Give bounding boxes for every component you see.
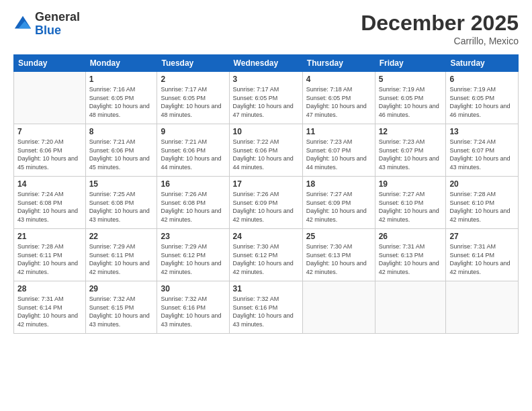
week-row-4: 21Sunrise: 7:28 AM Sunset: 6:11 PM Dayli… <box>14 229 519 281</box>
day-number: 17 <box>233 179 299 189</box>
calendar-page: General Blue December 2025 Carrillo, Mex… <box>0 0 532 411</box>
day-number: 27 <box>449 232 515 241</box>
day-number: 2 <box>161 75 225 84</box>
day-cell: 1Sunrise: 7:16 AM Sunset: 6:05 PM Daylig… <box>85 72 157 124</box>
day-cell: 15Sunrise: 7:25 AM Sunset: 6:08 PM Dayli… <box>85 177 157 229</box>
day-cell: 4Sunrise: 7:18 AM Sunset: 6:05 PM Daylig… <box>302 72 375 124</box>
week-row-2: 7Sunrise: 7:20 AM Sunset: 6:06 PM Daylig… <box>14 124 519 177</box>
day-number: 13 <box>449 127 515 136</box>
col-wednesday: Wednesday <box>229 55 302 72</box>
month-title: December 2025 <box>361 11 519 36</box>
day-info: Sunrise: 7:24 AM Sunset: 6:08 PM Dayligh… <box>17 190 82 224</box>
day-cell <box>375 281 446 334</box>
day-info: Sunrise: 7:17 AM Sunset: 6:05 PM Dayligh… <box>161 85 225 119</box>
week-row-5: 28Sunrise: 7:31 AM Sunset: 6:14 PM Dayli… <box>14 281 519 334</box>
day-cell: 24Sunrise: 7:30 AM Sunset: 6:12 PM Dayli… <box>229 229 302 281</box>
day-info: Sunrise: 7:23 AM Sunset: 6:07 PM Dayligh… <box>379 138 443 171</box>
day-info: Sunrise: 7:32 AM Sunset: 6:15 PM Dayligh… <box>89 295 154 328</box>
day-info: Sunrise: 7:27 AM Sunset: 6:10 PM Dayligh… <box>379 190 443 224</box>
day-cell: 22Sunrise: 7:29 AM Sunset: 6:11 PM Dayli… <box>85 229 157 281</box>
day-cell: 3Sunrise: 7:17 AM Sunset: 6:05 PM Daylig… <box>229 72 302 124</box>
day-number: 14 <box>17 179 82 189</box>
day-info: Sunrise: 7:25 AM Sunset: 6:08 PM Dayligh… <box>89 190 154 224</box>
weekday-header-row: Sunday Monday Tuesday Wednesday Thursday… <box>14 55 519 72</box>
day-info: Sunrise: 7:29 AM Sunset: 6:12 PM Dayligh… <box>161 242 225 276</box>
page-header: General Blue December 2025 Carrillo, Mex… <box>13 11 519 46</box>
day-info: Sunrise: 7:30 AM Sunset: 6:13 PM Dayligh… <box>306 242 371 276</box>
day-info: Sunrise: 7:19 AM Sunset: 6:05 PM Dayligh… <box>449 85 515 119</box>
day-info: Sunrise: 7:31 AM Sunset: 6:14 PM Dayligh… <box>17 295 82 328</box>
day-cell: 23Sunrise: 7:29 AM Sunset: 6:12 PM Dayli… <box>157 229 229 281</box>
day-number: 24 <box>233 232 299 241</box>
day-cell: 20Sunrise: 7:28 AM Sunset: 6:10 PM Dayli… <box>446 177 519 229</box>
day-cell: 25Sunrise: 7:30 AM Sunset: 6:13 PM Dayli… <box>302 229 375 281</box>
col-monday: Monday <box>85 55 157 72</box>
day-cell: 19Sunrise: 7:27 AM Sunset: 6:10 PM Dayli… <box>375 177 446 229</box>
day-number: 4 <box>306 75 371 84</box>
day-cell: 18Sunrise: 7:27 AM Sunset: 6:09 PM Dayli… <box>302 177 375 229</box>
day-cell: 13Sunrise: 7:24 AM Sunset: 6:07 PM Dayli… <box>446 124 519 177</box>
day-number: 29 <box>89 284 154 293</box>
day-number: 20 <box>449 179 515 189</box>
day-cell: 30Sunrise: 7:32 AM Sunset: 6:16 PM Dayli… <box>157 281 229 334</box>
day-number: 21 <box>17 232 82 241</box>
col-saturday: Saturday <box>446 55 519 72</box>
day-cell: 14Sunrise: 7:24 AM Sunset: 6:08 PM Dayli… <box>14 177 86 229</box>
day-info: Sunrise: 7:16 AM Sunset: 6:05 PM Dayligh… <box>89 85 154 119</box>
day-number: 28 <box>17 284 82 293</box>
day-cell: 27Sunrise: 7:31 AM Sunset: 6:14 PM Dayli… <box>446 229 519 281</box>
day-info: Sunrise: 7:27 AM Sunset: 6:09 PM Dayligh… <box>306 190 371 224</box>
week-row-3: 14Sunrise: 7:24 AM Sunset: 6:08 PM Dayli… <box>14 177 519 229</box>
day-cell: 6Sunrise: 7:19 AM Sunset: 6:05 PM Daylig… <box>446 72 519 124</box>
col-thursday: Thursday <box>302 55 375 72</box>
logo: General Blue <box>13 11 80 38</box>
day-number: 31 <box>233 284 299 293</box>
day-number: 23 <box>161 232 225 241</box>
day-cell: 28Sunrise: 7:31 AM Sunset: 6:14 PM Dayli… <box>14 281 86 334</box>
day-cell: 8Sunrise: 7:21 AM Sunset: 6:06 PM Daylig… <box>85 124 157 177</box>
day-info: Sunrise: 7:24 AM Sunset: 6:07 PM Dayligh… <box>449 138 515 171</box>
day-number: 10 <box>233 127 299 136</box>
logo-general: General <box>35 11 80 24</box>
day-number: 11 <box>306 127 371 136</box>
logo-text: General Blue <box>35 11 80 38</box>
day-info: Sunrise: 7:32 AM Sunset: 6:16 PM Dayligh… <box>233 295 299 328</box>
day-info: Sunrise: 7:29 AM Sunset: 6:11 PM Dayligh… <box>89 242 154 276</box>
day-info: Sunrise: 7:22 AM Sunset: 6:06 PM Dayligh… <box>233 138 299 171</box>
day-info: Sunrise: 7:31 AM Sunset: 6:14 PM Dayligh… <box>449 242 515 276</box>
day-cell: 11Sunrise: 7:23 AM Sunset: 6:07 PM Dayli… <box>302 124 375 177</box>
location: Carrillo, Mexico <box>361 36 519 46</box>
day-cell: 31Sunrise: 7:32 AM Sunset: 6:16 PM Dayli… <box>229 281 302 334</box>
day-number: 22 <box>89 232 154 241</box>
logo-blue: Blue <box>35 24 80 38</box>
day-number: 6 <box>449 75 515 84</box>
day-info: Sunrise: 7:26 AM Sunset: 6:09 PM Dayligh… <box>233 190 299 224</box>
day-cell <box>446 281 519 334</box>
day-cell: 29Sunrise: 7:32 AM Sunset: 6:15 PM Dayli… <box>85 281 157 334</box>
day-cell: 21Sunrise: 7:28 AM Sunset: 6:11 PM Dayli… <box>14 229 86 281</box>
day-cell: 12Sunrise: 7:23 AM Sunset: 6:07 PM Dayli… <box>375 124 446 177</box>
title-block: December 2025 Carrillo, Mexico <box>361 11 519 46</box>
day-info: Sunrise: 7:20 AM Sunset: 6:06 PM Dayligh… <box>17 138 82 171</box>
day-info: Sunrise: 7:17 AM Sunset: 6:05 PM Dayligh… <box>233 85 299 119</box>
day-number: 8 <box>89 127 154 136</box>
day-number: 7 <box>17 127 82 136</box>
day-cell: 9Sunrise: 7:21 AM Sunset: 6:06 PM Daylig… <box>157 124 229 177</box>
day-cell: 7Sunrise: 7:20 AM Sunset: 6:06 PM Daylig… <box>14 124 86 177</box>
day-number: 12 <box>379 127 443 136</box>
day-cell: 5Sunrise: 7:19 AM Sunset: 6:05 PM Daylig… <box>375 72 446 124</box>
day-info: Sunrise: 7:21 AM Sunset: 6:06 PM Dayligh… <box>89 138 154 171</box>
logo-icon <box>13 15 32 34</box>
day-number: 19 <box>379 179 443 189</box>
col-friday: Friday <box>375 55 446 72</box>
day-info: Sunrise: 7:32 AM Sunset: 6:16 PM Dayligh… <box>161 295 225 328</box>
day-cell: 2Sunrise: 7:17 AM Sunset: 6:05 PM Daylig… <box>157 72 229 124</box>
day-number: 30 <box>161 284 225 293</box>
day-cell: 17Sunrise: 7:26 AM Sunset: 6:09 PM Dayli… <box>229 177 302 229</box>
day-info: Sunrise: 7:21 AM Sunset: 6:06 PM Dayligh… <box>161 138 225 171</box>
day-cell <box>14 72 86 124</box>
calendar-table: Sunday Monday Tuesday Wednesday Thursday… <box>13 54 519 334</box>
day-info: Sunrise: 7:28 AM Sunset: 6:11 PM Dayligh… <box>17 242 82 276</box>
day-cell: 26Sunrise: 7:31 AM Sunset: 6:13 PM Dayli… <box>375 229 446 281</box>
day-info: Sunrise: 7:23 AM Sunset: 6:07 PM Dayligh… <box>306 138 371 171</box>
